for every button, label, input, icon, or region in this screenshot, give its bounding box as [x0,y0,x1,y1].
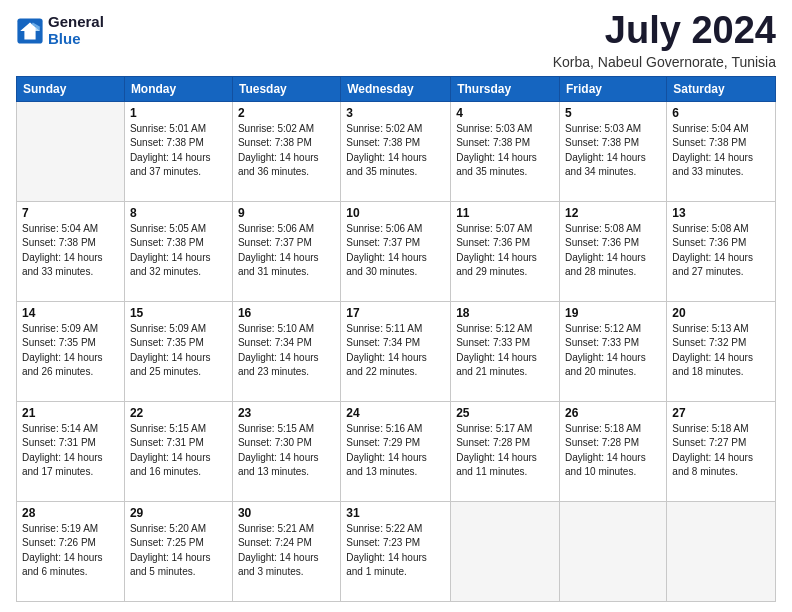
day-number: 28 [22,506,119,520]
day-info: Sunrise: 5:12 AM Sunset: 7:33 PM Dayligh… [565,322,661,380]
day-number: 27 [672,406,770,420]
day-number: 16 [238,306,335,320]
calendar-body: 1Sunrise: 5:01 AM Sunset: 7:38 PM Daylig… [17,101,776,601]
day-number: 12 [565,206,661,220]
logo: General Blue [16,14,104,47]
day-number: 22 [130,406,227,420]
day-number: 10 [346,206,445,220]
day-number: 23 [238,406,335,420]
calendar-week-row: 1Sunrise: 5:01 AM Sunset: 7:38 PM Daylig… [17,101,776,201]
calendar-cell: 8Sunrise: 5:05 AM Sunset: 7:38 PM Daylig… [124,201,232,301]
day-info: Sunrise: 5:08 AM Sunset: 7:36 PM Dayligh… [672,222,770,280]
day-info: Sunrise: 5:21 AM Sunset: 7:24 PM Dayligh… [238,522,335,580]
day-info: Sunrise: 5:04 AM Sunset: 7:38 PM Dayligh… [672,122,770,180]
calendar-cell: 12Sunrise: 5:08 AM Sunset: 7:36 PM Dayli… [560,201,667,301]
title-block: July 2024 Korba, Nabeul Governorate, Tun… [553,10,776,70]
day-of-week-header: Tuesday [232,76,340,101]
calendar-cell: 10Sunrise: 5:06 AM Sunset: 7:37 PM Dayli… [341,201,451,301]
calendar-week-row: 7Sunrise: 5:04 AM Sunset: 7:38 PM Daylig… [17,201,776,301]
calendar-week-row: 28Sunrise: 5:19 AM Sunset: 7:26 PM Dayli… [17,501,776,601]
day-number: 11 [456,206,554,220]
day-info: Sunrise: 5:10 AM Sunset: 7:34 PM Dayligh… [238,322,335,380]
calendar-cell [667,501,776,601]
day-number: 24 [346,406,445,420]
page: General Blue July 2024 Korba, Nabeul Gov… [0,0,792,612]
day-number: 17 [346,306,445,320]
calendar-cell: 30Sunrise: 5:21 AM Sunset: 7:24 PM Dayli… [232,501,340,601]
day-info: Sunrise: 5:02 AM Sunset: 7:38 PM Dayligh… [238,122,335,180]
day-number: 6 [672,106,770,120]
calendar-cell: 21Sunrise: 5:14 AM Sunset: 7:31 PM Dayli… [17,401,125,501]
day-number: 14 [22,306,119,320]
day-info: Sunrise: 5:06 AM Sunset: 7:37 PM Dayligh… [238,222,335,280]
calendar-week-row: 21Sunrise: 5:14 AM Sunset: 7:31 PM Dayli… [17,401,776,501]
calendar-cell: 16Sunrise: 5:10 AM Sunset: 7:34 PM Dayli… [232,301,340,401]
day-number: 29 [130,506,227,520]
logo-blue-text: Blue [48,31,104,48]
calendar-week-row: 14Sunrise: 5:09 AM Sunset: 7:35 PM Dayli… [17,301,776,401]
day-of-week-header: Wednesday [341,76,451,101]
day-number: 15 [130,306,227,320]
day-info: Sunrise: 5:18 AM Sunset: 7:27 PM Dayligh… [672,422,770,480]
calendar-cell: 1Sunrise: 5:01 AM Sunset: 7:38 PM Daylig… [124,101,232,201]
day-info: Sunrise: 5:08 AM Sunset: 7:36 PM Dayligh… [565,222,661,280]
day-info: Sunrise: 5:05 AM Sunset: 7:38 PM Dayligh… [130,222,227,280]
day-number: 8 [130,206,227,220]
calendar-cell: 15Sunrise: 5:09 AM Sunset: 7:35 PM Dayli… [124,301,232,401]
day-number: 30 [238,506,335,520]
month-title: July 2024 [553,10,776,52]
calendar-cell: 17Sunrise: 5:11 AM Sunset: 7:34 PM Dayli… [341,301,451,401]
calendar-cell [451,501,560,601]
calendar-cell: 26Sunrise: 5:18 AM Sunset: 7:28 PM Dayli… [560,401,667,501]
day-info: Sunrise: 5:03 AM Sunset: 7:38 PM Dayligh… [456,122,554,180]
day-of-week-header: Saturday [667,76,776,101]
header: General Blue July 2024 Korba, Nabeul Gov… [16,10,776,70]
logo-text: General Blue [48,14,104,47]
day-number: 20 [672,306,770,320]
day-info: Sunrise: 5:03 AM Sunset: 7:38 PM Dayligh… [565,122,661,180]
calendar-cell: 22Sunrise: 5:15 AM Sunset: 7:31 PM Dayli… [124,401,232,501]
calendar-cell: 31Sunrise: 5:22 AM Sunset: 7:23 PM Dayli… [341,501,451,601]
calendar-cell: 3Sunrise: 5:02 AM Sunset: 7:38 PM Daylig… [341,101,451,201]
day-number: 25 [456,406,554,420]
day-number: 4 [456,106,554,120]
day-info: Sunrise: 5:22 AM Sunset: 7:23 PM Dayligh… [346,522,445,580]
day-number: 5 [565,106,661,120]
calendar-table: SundayMondayTuesdayWednesdayThursdayFrid… [16,76,776,602]
calendar-header: SundayMondayTuesdayWednesdayThursdayFrid… [17,76,776,101]
calendar-cell: 27Sunrise: 5:18 AM Sunset: 7:27 PM Dayli… [667,401,776,501]
day-number: 31 [346,506,445,520]
logo-general-text: General [48,14,104,31]
day-info: Sunrise: 5:01 AM Sunset: 7:38 PM Dayligh… [130,122,227,180]
day-info: Sunrise: 5:13 AM Sunset: 7:32 PM Dayligh… [672,322,770,380]
calendar-cell: 14Sunrise: 5:09 AM Sunset: 7:35 PM Dayli… [17,301,125,401]
calendar-cell: 19Sunrise: 5:12 AM Sunset: 7:33 PM Dayli… [560,301,667,401]
calendar-cell: 25Sunrise: 5:17 AM Sunset: 7:28 PM Dayli… [451,401,560,501]
day-number: 2 [238,106,335,120]
day-info: Sunrise: 5:07 AM Sunset: 7:36 PM Dayligh… [456,222,554,280]
day-number: 1 [130,106,227,120]
calendar-cell: 24Sunrise: 5:16 AM Sunset: 7:29 PM Dayli… [341,401,451,501]
day-number: 21 [22,406,119,420]
day-info: Sunrise: 5:20 AM Sunset: 7:25 PM Dayligh… [130,522,227,580]
day-info: Sunrise: 5:06 AM Sunset: 7:37 PM Dayligh… [346,222,445,280]
calendar-cell: 18Sunrise: 5:12 AM Sunset: 7:33 PM Dayli… [451,301,560,401]
day-info: Sunrise: 5:17 AM Sunset: 7:28 PM Dayligh… [456,422,554,480]
calendar-cell: 5Sunrise: 5:03 AM Sunset: 7:38 PM Daylig… [560,101,667,201]
calendar-cell [560,501,667,601]
day-info: Sunrise: 5:16 AM Sunset: 7:29 PM Dayligh… [346,422,445,480]
calendar-cell: 7Sunrise: 5:04 AM Sunset: 7:38 PM Daylig… [17,201,125,301]
day-info: Sunrise: 5:14 AM Sunset: 7:31 PM Dayligh… [22,422,119,480]
calendar-cell: 13Sunrise: 5:08 AM Sunset: 7:36 PM Dayli… [667,201,776,301]
calendar-cell: 28Sunrise: 5:19 AM Sunset: 7:26 PM Dayli… [17,501,125,601]
day-of-week-header: Sunday [17,76,125,101]
day-info: Sunrise: 5:09 AM Sunset: 7:35 PM Dayligh… [130,322,227,380]
calendar-cell: 9Sunrise: 5:06 AM Sunset: 7:37 PM Daylig… [232,201,340,301]
calendar-cell: 11Sunrise: 5:07 AM Sunset: 7:36 PM Dayli… [451,201,560,301]
day-info: Sunrise: 5:02 AM Sunset: 7:38 PM Dayligh… [346,122,445,180]
calendar-cell: 23Sunrise: 5:15 AM Sunset: 7:30 PM Dayli… [232,401,340,501]
day-of-week-header: Monday [124,76,232,101]
calendar-cell [17,101,125,201]
calendar-cell: 20Sunrise: 5:13 AM Sunset: 7:32 PM Dayli… [667,301,776,401]
day-info: Sunrise: 5:18 AM Sunset: 7:28 PM Dayligh… [565,422,661,480]
